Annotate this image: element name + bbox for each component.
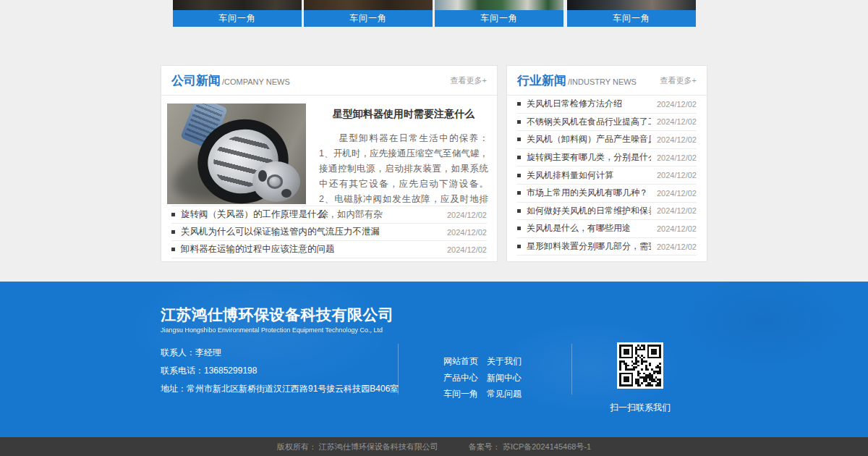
gallery-caption[interactable]: 车间一角 bbox=[304, 10, 433, 27]
footer-company-name-en: Jiangsu Hongshibo Environmental Protecti… bbox=[161, 326, 383, 334]
news-date: 2024/12/02 bbox=[651, 171, 697, 180]
gallery-caption[interactable]: 车间一角 bbox=[173, 10, 302, 27]
workshop-photo[interactable] bbox=[304, 0, 433, 10]
copyright-bar: 版权所有： 江苏鸿仕博环保设备科技有限公司 备案号： 苏ICP备20241454… bbox=[0, 437, 868, 456]
news-list-item[interactable]: 关风机日常检修方法介绍 2024/12/02 bbox=[517, 96, 697, 114]
bullet-square-icon bbox=[171, 230, 175, 234]
footer-contact-person: 联系人：李经理 bbox=[161, 347, 221, 359]
news-date: 2024/12/02 bbox=[651, 242, 697, 251]
news-date: 2024/12/02 bbox=[441, 245, 487, 254]
footer-contact-phone: 联系电话：13685299198 bbox=[161, 365, 257, 377]
bullet-square-icon bbox=[517, 120, 521, 124]
footer-divider bbox=[398, 344, 399, 394]
copyright-text: 版权所有： 江苏鸿仕博环保设备科技有限公司 bbox=[277, 442, 438, 452]
featured-article-image[interactable] bbox=[167, 104, 306, 204]
company-news-header: 公司新闻 /COMPANY NEWS 查看更多+ bbox=[161, 66, 497, 96]
footer: 江苏鸿仕博环保设备科技有限公司 Jiangsu Hongshibo Enviro… bbox=[0, 282, 868, 437]
news-list-item[interactable]: 星形卸料装置分别哪几部分，需要 2024/12/02 bbox=[517, 238, 697, 256]
company-news-title: 公司新闻 bbox=[171, 72, 221, 89]
news-list-item[interactable]: 旋转阀主要有哪几类，分别是什么 2024/12/02 bbox=[517, 149, 697, 167]
news-list-item[interactable]: 关风机排料量如何计算 2024/12/02 bbox=[517, 166, 697, 185]
qr-code bbox=[617, 342, 663, 389]
news-date: 2024/12/02 bbox=[651, 189, 697, 198]
company-news-panel: 公司新闻 /COMPANY NEWS 查看更多+ 星型卸料器使用时需要注意什么 … bbox=[161, 65, 498, 262]
gallery-caption[interactable]: 车间一角 bbox=[435, 10, 563, 27]
qr-caption: 扫一扫联系我们 bbox=[603, 402, 678, 414]
footer-nav-products[interactable]: 产品中心 bbox=[443, 372, 478, 384]
news-date: 2024/12/02 bbox=[651, 224, 697, 233]
company-news-more-link[interactable]: 查看更多+ bbox=[451, 75, 487, 86]
bullet-square-icon bbox=[171, 248, 175, 251]
news-date: 2024/12/02 bbox=[441, 211, 487, 219]
valve-hole bbox=[281, 189, 292, 198]
bullet-square-icon bbox=[517, 245, 521, 248]
news-date: 2024/12/02 bbox=[651, 206, 697, 215]
industry-news-header: 行业新闻 /INDUSTRY NEWS 查看更多+ bbox=[507, 66, 707, 96]
bullet-square-icon bbox=[517, 227, 521, 230]
news-date: 2024/12/02 bbox=[651, 135, 697, 144]
footer-nav-news[interactable]: 新闻中心 bbox=[487, 372, 522, 384]
news-date: 2024/12/02 bbox=[651, 100, 697, 109]
footer-nav-workshop[interactable]: 车间一角 bbox=[443, 388, 478, 400]
bullet-square-icon bbox=[171, 213, 175, 216]
featured-article-title[interactable]: 星型卸料器使用时需要注意什么 bbox=[319, 108, 488, 121]
workshop-photo[interactable] bbox=[173, 0, 302, 10]
page: 车间一角 车间一角 车间一角 车间一角 公司新闻 /COMPANY NEWS 查… bbox=[0, 0, 868, 456]
news-list-item[interactable]: 关风机是什么，有哪些用途 2024/12/02 bbox=[517, 220, 697, 238]
workshop-photo[interactable] bbox=[435, 0, 563, 10]
gallery-card[interactable]: 车间一角 bbox=[567, 0, 696, 27]
news-list-item[interactable]: 关风机为什么可以保证输送管内的气流压力不泄漏 2024/12/02 bbox=[171, 224, 487, 241]
news-date: 2024/12/02 bbox=[651, 153, 697, 162]
industry-news-more-link[interactable]: 查看更多+ bbox=[660, 75, 697, 86]
valve-body bbox=[252, 161, 300, 202]
bullet-square-icon bbox=[517, 102, 521, 106]
footer-nav-faq[interactable]: 常见问题 bbox=[487, 388, 522, 400]
news-list-item[interactable]: 如何做好关风机的日常维护和保养 2024/12/02 bbox=[517, 203, 697, 221]
company-news-subtitle: /COMPANY NEWS bbox=[222, 77, 290, 86]
gallery-card[interactable]: 车间一角 bbox=[435, 0, 563, 27]
news-list-item[interactable]: 旋转阀（关风器）的工作原理是什么 2024/12/02 bbox=[171, 206, 487, 224]
featured-article: 星型卸料器使用时需要注意什么 星型卸料器在日常生活中的保养： 1、开机时，应先接… bbox=[319, 104, 488, 222]
news-list-item[interactable]: 不锈钢关风机在食品行业提高了工 2024/12/02 bbox=[517, 114, 697, 132]
bullet-square-icon bbox=[517, 191, 521, 195]
bullet-square-icon bbox=[517, 209, 521, 213]
gallery-card[interactable]: 车间一角 bbox=[173, 0, 302, 27]
bullet-square-icon bbox=[517, 174, 521, 177]
industry-news-title: 行业新闻 bbox=[517, 72, 566, 89]
footer-company-name: 江苏鸿仕博环保设备科技有限公司 bbox=[161, 305, 394, 325]
bullet-square-icon bbox=[517, 138, 521, 141]
news-date: 2024/12/02 bbox=[441, 228, 487, 237]
icp-record-link[interactable]: 备案号： 苏ICP备2024145468号-1 bbox=[469, 442, 591, 452]
footer-nav-about[interactable]: 关于我们 bbox=[487, 355, 522, 368]
bullet-square-icon bbox=[517, 156, 521, 159]
footer-address: 地址：常州市新北区新桥街道汉江西路91号拔云科技园B406室 bbox=[161, 383, 399, 395]
workshop-photo[interactable] bbox=[567, 0, 696, 10]
industry-news-list: 关风机日常检修方法介绍 2024/12/02 不锈钢关风机在食品行业提高了工 2… bbox=[517, 96, 697, 256]
company-news-list: 旋转阀（关风器）的工作原理是什么 2024/12/02 关风机为什么可以保证输送… bbox=[171, 206, 487, 258]
gallery-caption[interactable]: 车间一角 bbox=[567, 10, 696, 27]
gallery-card[interactable]: 车间一角 bbox=[304, 0, 433, 27]
industry-news-subtitle: /INDUSTRY NEWS bbox=[568, 77, 637, 86]
footer-divider bbox=[571, 344, 572, 394]
news-date: 2024/12/02 bbox=[651, 117, 697, 126]
industry-news-panel: 行业新闻 /INDUSTRY NEWS 查看更多+ 关风机日常检修方法介绍 20… bbox=[506, 65, 707, 262]
news-list-item[interactable]: 关风机（卸料阀）产品产生噪音原 2024/12/02 bbox=[517, 131, 697, 149]
valve-hole bbox=[258, 170, 267, 182]
news-list-item[interactable]: 卸料器在运输的过程中应该注意的问题 2024/12/02 bbox=[171, 241, 487, 258]
footer-nav-home[interactable]: 网站首页 bbox=[443, 355, 478, 368]
news-list-item[interactable]: 市场上常用的关风机有哪几种？ 2024/12/02 bbox=[517, 185, 697, 203]
